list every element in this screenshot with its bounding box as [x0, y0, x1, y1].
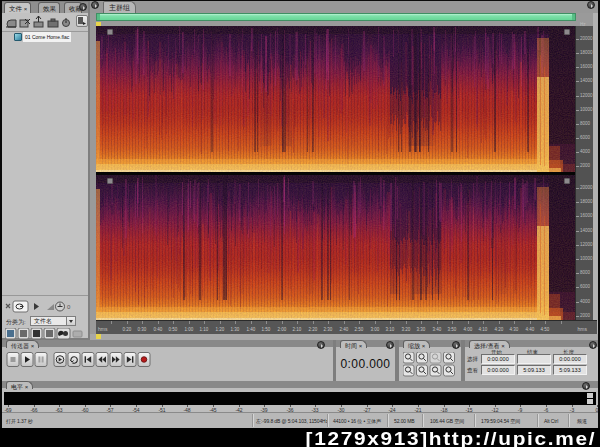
svg-text:0: 0: [67, 304, 71, 310]
